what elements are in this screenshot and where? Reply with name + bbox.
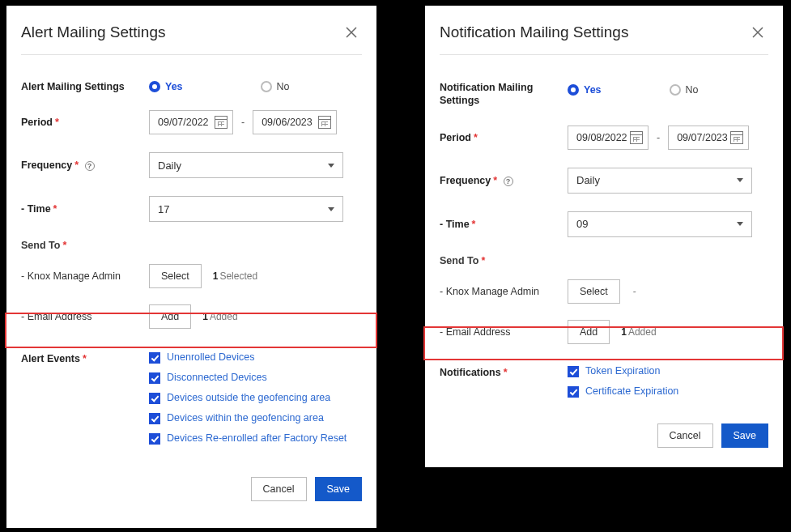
close-icon[interactable] — [747, 22, 768, 43]
calendar-icon — [630, 131, 643, 144]
select-admin-button[interactable]: Select — [568, 279, 620, 304]
chk-certificate-expiration[interactable]: Certificate Expiration — [568, 385, 678, 398]
chk-disconnected[interactable]: Disconnected Devices — [149, 372, 347, 384]
notification-dialog: Notification Mailing Settings Notificati… — [424, 5, 784, 468]
radio-no[interactable]: No — [670, 84, 699, 96]
radio-dot-icon — [670, 84, 681, 96]
help-icon[interactable]: ? — [504, 177, 513, 186]
calendar-icon — [215, 116, 228, 129]
notification-form: Notification Mailing Settings Yes No Per… — [440, 81, 768, 448]
chevron-down-icon — [328, 207, 334, 211]
chevron-down-icon — [328, 164, 334, 168]
notification-dialog-title: Notification Mailing Settings — [440, 23, 628, 41]
time-select[interactable]: 09 — [568, 211, 752, 237]
alert-dialog: Alert Mailing Settings Alert Mailing Set… — [6, 5, 377, 529]
period-end-input[interactable]: 09/06/2023 — [253, 110, 337, 134]
help-icon[interactable]: ? — [85, 161, 95, 171]
select-admin-button[interactable]: Select — [149, 264, 202, 288]
chevron-down-icon — [737, 178, 743, 182]
chk-token-expiration[interactable]: Token Expiration — [568, 365, 678, 377]
frequency-label: Frequency* ? — [440, 175, 568, 186]
alert-footer: Cancel Save — [21, 477, 362, 501]
time-label: - Time* — [21, 203, 149, 215]
radio-yes[interactable]: Yes — [568, 84, 602, 96]
calendar-icon — [730, 131, 743, 144]
chk-within-geofence[interactable]: Devices within the geofencing area — [149, 412, 347, 424]
checkbox-icon — [568, 386, 579, 398]
radio-dot-icon — [261, 81, 272, 92]
selected-count: - — [632, 286, 636, 297]
range-dash: - — [657, 132, 660, 143]
alert-dialog-title: Alert Mailing Settings — [21, 23, 165, 41]
chk-unenrolled[interactable]: Unenrolled Devices — [149, 351, 347, 364]
checkbox-icon — [149, 372, 160, 384]
period-label: Period* — [440, 132, 568, 143]
checkbox-icon — [149, 433, 160, 445]
email-label: - Email Address — [440, 326, 568, 338]
notification-footer: Cancel Save — [440, 423, 768, 448]
cancel-button[interactable]: Cancel — [657, 423, 713, 448]
period-start-input[interactable]: 09/08/2022 — [568, 126, 649, 150]
notification-enable-label: Notification Mailing Settings — [440, 81, 568, 108]
checkbox-icon — [149, 352, 160, 364]
time-select[interactable]: 17 — [149, 196, 343, 222]
close-icon[interactable] — [341, 22, 362, 43]
knox-admin-label: - Knox Manage Admin — [440, 286, 568, 297]
radio-yes[interactable]: Yes — [149, 81, 183, 92]
period-end-input[interactable]: 09/07/2023 — [668, 126, 749, 150]
alert-enable-label: Alert Mailing Settings — [21, 81, 149, 92]
notification-enable-radio-group: Yes No — [568, 84, 699, 96]
checkbox-icon — [568, 366, 579, 377]
stage: Alert Mailing Settings Alert Mailing Set… — [0, 0, 791, 532]
period-range: 09/08/2022 - 09/07/2023 — [568, 126, 749, 150]
radio-dot-icon — [568, 84, 579, 96]
period-start-input[interactable]: 09/07/2022 — [149, 110, 233, 134]
range-dash: - — [241, 117, 245, 128]
notifications-label: Notifications* — [440, 365, 568, 378]
frequency-select[interactable]: Daily — [568, 168, 752, 194]
radio-no[interactable]: No — [261, 81, 290, 92]
notification-dialog-header: Notification Mailing Settings — [440, 17, 768, 55]
radio-dot-icon — [149, 81, 160, 92]
notifications-list: Token Expiration Certificate Expiration — [568, 365, 678, 398]
selected-count: 1Selected — [213, 270, 257, 282]
email-label: - Email Address — [21, 311, 149, 322]
alert-enable-radio-group: Yes No — [149, 81, 290, 92]
sendto-label: Send To* — [21, 240, 362, 251]
checkbox-icon — [149, 413, 160, 424]
save-button[interactable]: Save — [315, 477, 363, 501]
cancel-button[interactable]: Cancel — [251, 477, 307, 501]
time-label: - Time* — [440, 219, 568, 230]
alert-form: Alert Mailing Settings Yes No Period* — [21, 81, 362, 501]
alert-events-list: Unenrolled Devices Disconnected Devices … — [149, 351, 347, 445]
sendto-label: Send To* — [440, 255, 768, 266]
alert-dialog-header: Alert Mailing Settings — [21, 17, 362, 55]
knox-admin-label: - Knox Manage Admin — [21, 270, 149, 282]
add-email-button[interactable]: Add — [568, 320, 610, 344]
frequency-select[interactable]: Daily — [149, 152, 343, 178]
chevron-down-icon — [737, 222, 743, 226]
alert-events-label: Alert Events* — [21, 351, 149, 364]
added-count: 1Added — [202, 311, 237, 322]
chk-reenrolled[interactable]: Devices Re-enrolled after Factory Reset — [149, 432, 347, 445]
chk-outside-geofence[interactable]: Devices outside the geofencing area — [149, 392, 347, 404]
frequency-label: Frequency* ? — [21, 160, 149, 171]
calendar-icon — [318, 116, 331, 129]
period-range: 09/07/2022 - 09/06/2023 — [149, 110, 337, 134]
added-count: 1Added — [621, 326, 656, 338]
period-label: Period* — [21, 117, 149, 128]
checkbox-icon — [149, 393, 160, 404]
add-email-button[interactable]: Add — [149, 304, 191, 329]
save-button[interactable]: Save — [721, 423, 769, 448]
